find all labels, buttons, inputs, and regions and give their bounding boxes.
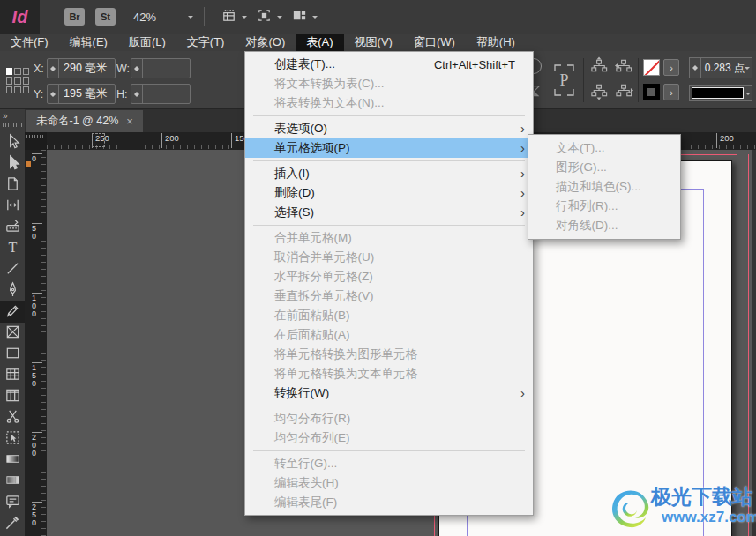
gradient-swatch-icon xyxy=(4,450,21,471)
y-field[interactable]: 195 毫米 xyxy=(47,84,116,104)
pen-tool[interactable] xyxy=(0,280,25,302)
menubar-item-1[interactable]: 编辑(E) xyxy=(59,34,118,51)
zoom-level-value[interactable]: 42% xyxy=(133,11,156,24)
gradient-swatch-tool[interactable] xyxy=(0,450,25,471)
table-tool[interactable] xyxy=(0,365,25,386)
fill-swatch-none[interactable] xyxy=(643,59,660,76)
table-menu-item-19[interactable]: 转换行(W)› xyxy=(245,383,533,403)
stock-button[interactable]: St xyxy=(95,8,116,26)
document-tab[interactable]: 未命名-1 @ 42% × xyxy=(26,110,143,132)
line-tool[interactable] xyxy=(0,259,25,280)
screen-mode-control[interactable] xyxy=(256,7,282,27)
menubar-item-7[interactable]: 窗口(W) xyxy=(403,34,466,51)
arrange-documents-icon[interactable] xyxy=(291,7,308,27)
vertical-grid-icon xyxy=(4,387,21,407)
distribute-left-icon[interactable] xyxy=(615,56,633,79)
window-edge xyxy=(752,150,756,536)
frame-tool[interactable] xyxy=(0,323,25,344)
reference-point-proxy[interactable] xyxy=(6,68,29,93)
dropdown-caret[interactable] xyxy=(242,16,247,21)
gap-icon xyxy=(4,197,21,217)
distribute-up-icon[interactable] xyxy=(590,56,609,79)
menubar-item-3[interactable]: 文字(T) xyxy=(176,34,236,51)
type-tool[interactable]: T xyxy=(0,238,25,259)
table-menu-item-1: 将文本转换为表(C)... xyxy=(245,74,533,93)
menu-item-label: 将文本转换为表(C)... xyxy=(274,76,524,92)
table-menu-item-4[interactable]: 表选项(O)› xyxy=(245,119,533,138)
ruler-origin-marker[interactable] xyxy=(92,133,105,147)
direct-selection-tool[interactable] xyxy=(0,153,25,175)
rectangle-icon xyxy=(4,345,21,365)
scissors-tool[interactable] xyxy=(0,407,25,428)
x-field[interactable]: 290 毫米 xyxy=(47,58,116,78)
vertical-grid-tool[interactable] xyxy=(0,386,25,407)
menubar-item-8[interactable]: 帮助(H) xyxy=(466,34,526,51)
view-options-control[interactable] xyxy=(221,7,247,27)
screen-mode-icon[interactable] xyxy=(256,7,273,27)
stroke-weight-caret[interactable] xyxy=(745,67,750,72)
distribute-down-icon[interactable] xyxy=(590,81,609,104)
view-options-icon[interactable] xyxy=(221,7,237,27)
zoom-dropdown-caret[interactable] xyxy=(188,16,193,21)
distribute-right-icon[interactable] xyxy=(615,81,633,104)
menubar-item-6[interactable]: 视图(V) xyxy=(344,34,403,51)
dropdown-caret[interactable] xyxy=(277,16,282,21)
bridge-button[interactable]: Br xyxy=(64,8,85,26)
rectangle-tool[interactable] xyxy=(0,344,25,365)
h-field[interactable] xyxy=(131,84,191,104)
fill-options-button[interactable]: › xyxy=(663,59,679,76)
stroke-swatch[interactable] xyxy=(643,84,660,100)
selection-tool[interactable] xyxy=(0,132,25,153)
content-collector-tool[interactable] xyxy=(0,217,25,238)
menu-separator xyxy=(253,115,525,116)
free-transform-tool[interactable] xyxy=(0,428,25,450)
panel-divider xyxy=(685,58,685,102)
tools-list: T xyxy=(0,132,25,534)
arrange-documents-control[interactable] xyxy=(291,7,318,27)
w-field[interactable] xyxy=(131,58,191,78)
menubar-item-5[interactable]: 表(A) xyxy=(296,34,343,51)
menubar-item-4[interactable]: 对象(O) xyxy=(235,34,296,51)
stroke-options-button[interactable]: › xyxy=(663,84,679,100)
menubar-item-2[interactable]: 版面(L) xyxy=(118,34,176,51)
frame-icon xyxy=(4,324,21,344)
stroke-style-caret[interactable] xyxy=(745,93,751,98)
menubar-item-0[interactable]: 文件(F) xyxy=(0,34,59,51)
dropdown-caret[interactable] xyxy=(312,16,318,21)
vertical-ruler[interactable]: 05 01 0 01 5 02 0 02 5 0 xyxy=(25,150,47,536)
ruler-label: 1 5 0 xyxy=(32,362,42,388)
stroke-weight-field[interactable]: 0.283 点 xyxy=(689,57,752,78)
table-menu-item-0[interactable]: 创建表(T)...Ctrl+Alt+Shift+T xyxy=(245,55,533,74)
table-menu-item-8[interactable]: 删除(D)› xyxy=(245,183,533,203)
note-tool[interactable] xyxy=(0,492,25,513)
stroke-weight-stepper[interactable] xyxy=(690,58,701,78)
table-menu-item-9[interactable]: 选择(S)› xyxy=(245,203,533,222)
gradient-feather-tool[interactable] xyxy=(0,471,25,492)
w-stepper[interactable] xyxy=(131,59,143,78)
menu-item-label: 创建表(T)... xyxy=(274,56,434,72)
table-menu-item-5[interactable]: 单元格选项(P)› xyxy=(245,138,533,158)
page-icon xyxy=(4,175,21,196)
x-stepper[interactable] xyxy=(48,59,59,78)
panel-drag-handle[interactable] xyxy=(3,123,22,127)
table-menu-item-7[interactable]: 插入(I)› xyxy=(245,164,533,183)
table-menu-item-14: 垂直拆分单元格(V) xyxy=(245,287,533,306)
stroke-style-dropdown[interactable] xyxy=(689,85,752,101)
cell-options-item-2: 描边和填色(S)... xyxy=(528,177,680,197)
appbar-view-controls xyxy=(212,7,318,27)
ruler-corner[interactable] xyxy=(25,132,47,150)
ruler-label: 0 xyxy=(32,153,42,163)
menu-item-label: 对角线(D)... xyxy=(556,218,671,234)
eyedropper-tool[interactable] xyxy=(0,513,25,534)
page-tool[interactable] xyxy=(0,175,25,196)
tab-close-icon[interactable]: × xyxy=(126,115,133,127)
gap-tool[interactable] xyxy=(0,196,25,217)
y-stepper[interactable] xyxy=(48,85,59,103)
svg-text:T: T xyxy=(8,240,17,255)
h-stepper[interactable] xyxy=(131,85,143,103)
table-menu-item-16: 在后面粘贴(A) xyxy=(245,325,533,345)
menu-item-label: 取消合并单元格(U) xyxy=(274,249,524,265)
panel-collapse-icon[interactable]: » xyxy=(3,111,8,121)
pencil-tool[interactable] xyxy=(0,302,25,323)
svg-text:P: P xyxy=(559,71,568,89)
